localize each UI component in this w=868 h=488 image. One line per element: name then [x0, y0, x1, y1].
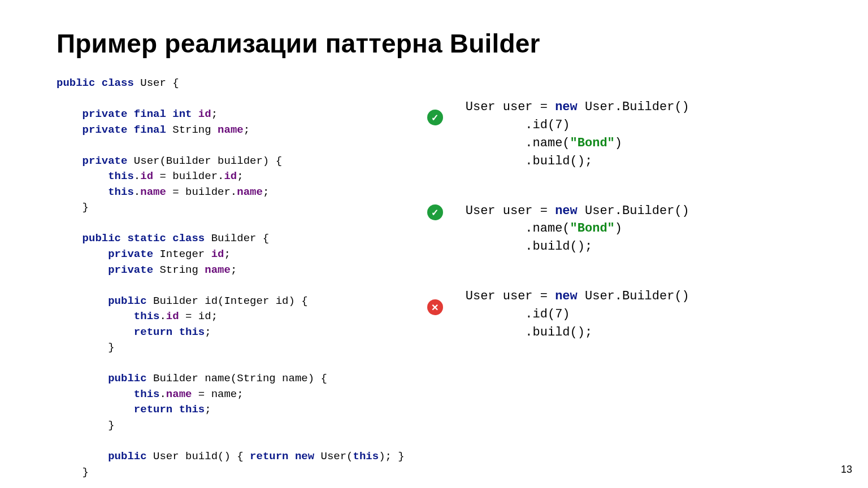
fld-id: id	[224, 170, 237, 182]
dot: .	[134, 186, 140, 198]
kw-this: this	[353, 450, 379, 463]
kw-public: public	[108, 372, 153, 385]
brace-close: }	[83, 466, 89, 478]
check-icon: ✓	[427, 204, 443, 220]
fld-name: name	[205, 264, 231, 276]
check-glyph: ✓	[431, 112, 439, 123]
kw-private-final-int: private final int	[83, 108, 198, 120]
txt-assign-name: = name;	[192, 388, 243, 400]
fld-id: id	[140, 170, 153, 182]
kw-private-final: private final	[83, 124, 173, 136]
kw-new: new	[555, 289, 585, 303]
semi: ;	[205, 403, 211, 416]
fld-id: id	[211, 248, 224, 260]
txt-string: String	[159, 264, 205, 276]
txt-name-method: Builder name(String name) {	[153, 372, 327, 385]
txt-user-paren: User(	[321, 450, 353, 463]
example-3: User user = new User.Builder() .id(7) .b…	[466, 287, 689, 342]
cross-glyph: ✕	[431, 302, 439, 313]
cross-icon: ✕	[427, 299, 443, 315]
txt-userdecl: User user =	[466, 204, 555, 218]
kw-this: this	[108, 186, 134, 198]
txt-build-call: .build();	[466, 154, 592, 168]
fld-name: name	[140, 186, 166, 198]
str-bond: "Bond"	[570, 221, 615, 236]
kw-public-static-class: public static class	[83, 232, 211, 245]
dot: .	[159, 388, 166, 400]
brace-close: }	[108, 341, 114, 354]
kw-return-new: return new	[250, 450, 320, 463]
check-glyph: ✓	[431, 207, 439, 218]
txt-ctor: User(Builder builder) {	[134, 155, 282, 167]
txt-userdecl: User user =	[466, 289, 555, 303]
semi: ;	[244, 124, 250, 136]
right-column: ✓ ✓ ✕ User user = new User.Builder() .id…	[427, 76, 811, 488]
brace-close: }	[83, 201, 89, 213]
slide-body: public class User { private final int id…	[57, 76, 811, 488]
check-icon: ✓	[427, 110, 443, 125]
kw-public: public	[108, 450, 153, 463]
kw-private: private	[108, 248, 159, 260]
example-2: User user = new User.Builder() .name("Bo…	[466, 202, 689, 256]
kw-return-this: return this	[134, 326, 205, 338]
semi: ;	[237, 170, 243, 182]
fld-name: name	[166, 388, 192, 400]
txt-name-call: .name(	[466, 221, 570, 236]
txt-id-method: Builder id(Integer id) {	[153, 295, 308, 307]
txt-integer: Integer	[159, 248, 211, 260]
brace-close: }	[108, 419, 114, 432]
txt-assign: = builder.	[153, 170, 224, 182]
txt-builder: Builder {	[211, 232, 270, 245]
txt-id-call: .id(7)	[466, 307, 570, 321]
txt-builder-call: User.Builder()	[585, 289, 689, 303]
paren: )	[615, 136, 622, 150]
code-left: public class User { private final int id…	[57, 76, 405, 488]
txt-builder-call: User.Builder()	[585, 204, 689, 218]
fld-name: name	[218, 124, 244, 136]
kw-return-this: return this	[134, 403, 205, 416]
slide: Пример реализации паттерна Builder publi…	[0, 0, 868, 488]
txt-close: ); }	[379, 450, 405, 463]
example-1: User user = new User.Builder() .id(7) .n…	[466, 98, 689, 171]
kw-private: private	[83, 155, 134, 167]
kw-new: new	[555, 100, 585, 114]
fld-id: id	[166, 310, 179, 323]
txt-builder-call: User.Builder()	[585, 100, 689, 114]
semi: ;	[211, 108, 218, 120]
txt-user: User {	[140, 77, 179, 89]
page-title: Пример реализации паттерна Builder	[57, 28, 811, 59]
semi: ;	[205, 326, 211, 338]
txt-userdecl: User user =	[466, 100, 555, 114]
txt-build: User build() {	[153, 450, 250, 463]
semi: ;	[231, 264, 237, 276]
kw-this: this	[108, 170, 134, 182]
dot: .	[134, 170, 140, 182]
txt-build-call: .build();	[466, 239, 592, 254]
page-number: 13	[841, 464, 852, 476]
kw-public: public	[108, 295, 153, 307]
semi: ;	[263, 186, 269, 198]
kw-this: this	[134, 388, 160, 400]
fld-id: id	[198, 108, 211, 120]
txt-id-call: .id(7)	[466, 118, 570, 132]
kw-public-class: public class	[57, 77, 140, 89]
txt-assign-id: = id;	[179, 310, 218, 323]
txt-build-call: .build();	[466, 325, 592, 339]
kw-this: this	[134, 310, 160, 323]
paren: )	[615, 221, 622, 236]
txt-assign: = builder.	[166, 186, 237, 198]
str-bond: "Bond"	[570, 136, 615, 150]
kw-new: new	[555, 204, 585, 218]
status-icons: ✓ ✓ ✕	[427, 98, 443, 315]
fld-name: name	[237, 186, 263, 198]
examples: User user = new User.Builder() .id(7) .n…	[466, 98, 689, 342]
txt-string: String	[172, 124, 218, 136]
txt-name-call: .name(	[466, 136, 570, 150]
semi: ;	[224, 248, 230, 260]
dot: .	[159, 310, 166, 323]
kw-private: private	[108, 264, 159, 276]
